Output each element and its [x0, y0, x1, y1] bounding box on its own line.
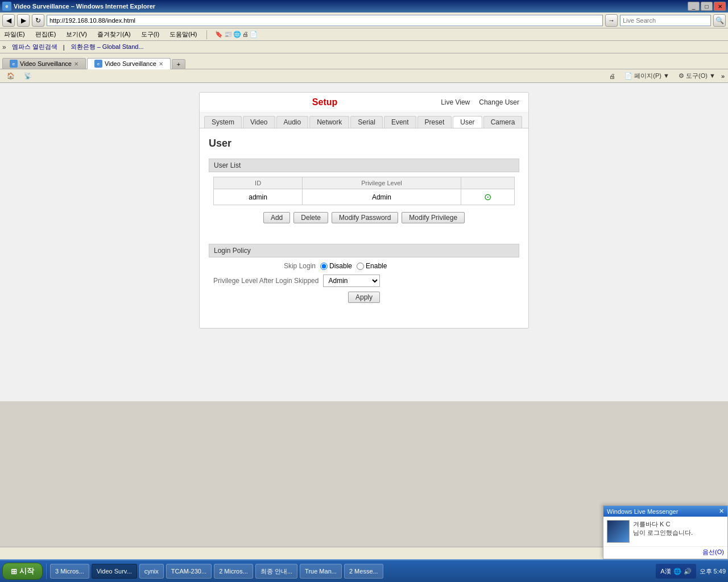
modify-password-button[interactable]: Modify Password	[332, 212, 398, 223]
forward-button[interactable]: ▶	[17, 14, 30, 27]
taskbar-btn-7[interactable]: True Man...	[300, 564, 342, 579]
minimize-button[interactable]: _	[688, 2, 700, 11]
feeds-icon[interactable]: 📡	[20, 72, 35, 80]
tab-network[interactable]: Network	[309, 116, 349, 128]
messenger-avatar	[607, 520, 630, 543]
taskbar-btn-6[interactable]: 최종 안내...	[255, 564, 297, 579]
start-label: 시작	[19, 566, 34, 576]
messenger-body: 겨를바다 K C님이 로그인했습니다.	[603, 517, 727, 546]
menu-favorites[interactable]: 즐겨찾기(A)	[96, 30, 133, 39]
col-id: ID	[214, 177, 303, 189]
change-user-link[interactable]: Change User	[479, 98, 519, 106]
search-button[interactable]: 🔍	[713, 14, 726, 27]
setup-title: Setup	[312, 97, 337, 107]
action-buttons: Add Delete Modify Password Modify Privil…	[213, 212, 515, 223]
menu-file[interactable]: 파일(E)	[2, 30, 27, 39]
tab-serial[interactable]: Serial	[350, 116, 383, 128]
skip-login-control: Disable Enable	[320, 262, 387, 270]
privilege-select[interactable]: Admin Operator Viewer	[323, 275, 380, 287]
add-button[interactable]: Add	[263, 212, 290, 223]
col-select	[461, 177, 514, 189]
taskbar-btn-2[interactable]: Video Surv...	[92, 564, 137, 579]
favorites-bar: » 엠파스 열린검색 | 외환은행 – Global Stand...	[0, 41, 728, 53]
menu-help[interactable]: 도움말(H)	[168, 30, 198, 39]
disable-label: Disable	[329, 262, 352, 270]
tab-preset[interactable]: Preset	[417, 116, 452, 128]
tab-2-icon: e	[94, 60, 102, 68]
login-policy-header: Login Policy	[209, 244, 519, 257]
messenger-title: Windows Live Messenger	[607, 508, 678, 515]
menu-tools[interactable]: 도구(I)	[139, 30, 161, 39]
disable-radio[interactable]	[320, 263, 328, 270]
taskbar-btn-4[interactable]: TCAM-230...	[166, 564, 212, 579]
content-area: Setup Live View Change User System Video…	[0, 83, 728, 401]
setup-links: Live View Change User	[441, 98, 519, 106]
start-icon: ⊞	[11, 567, 17, 576]
messenger-header: Windows Live Messenger ✕	[603, 506, 727, 517]
col-privilege: Privilege Level	[303, 177, 461, 189]
tab-1-icon: e	[10, 60, 18, 68]
taskbar: ⊞ 시작 3 Micros... Video Surv... cynix TCA…	[0, 559, 728, 582]
tab-camera[interactable]: Camera	[483, 116, 523, 128]
enable-label: Enable	[366, 262, 387, 270]
selected-radio-icon: ⊙	[484, 192, 491, 202]
window-title: Video Surveillance – Windows Internet Ex…	[14, 3, 155, 10]
delete-button[interactable]: Delete	[293, 212, 328, 223]
user-table: ID Privilege Level admin Admin ⊙	[213, 177, 515, 205]
skip-login-label: Skip Login	[213, 262, 316, 270]
fav-item-2[interactable]: 외환은행 – Global Stand...	[68, 42, 146, 52]
enable-radio[interactable]	[357, 263, 364, 270]
table-row: admin Admin ⊙	[214, 189, 515, 205]
tab-1-close[interactable]: ✕	[74, 61, 78, 67]
address-bar: ◀ ▶ ↻ → 🔍	[0, 13, 728, 28]
messenger-close-icon[interactable]: ✕	[719, 508, 724, 515]
user-select-cell[interactable]: ⊙	[461, 189, 514, 205]
print-icon[interactable]: 🖨	[606, 72, 619, 80]
fav-item-1[interactable]: 엠파스 열린검색	[10, 42, 60, 52]
systray: A漢 🌐 🔊	[656, 564, 696, 579]
live-view-link[interactable]: Live View	[441, 98, 470, 106]
menu-view[interactable]: 보기(V)	[64, 30, 89, 39]
ime-indicator[interactable]: A漢	[660, 567, 671, 576]
page-heading: User	[209, 138, 519, 149]
tab-user[interactable]: User	[453, 116, 482, 128]
skip-login-row: Skip Login Disable Enable	[213, 262, 515, 270]
address-input[interactable]	[47, 15, 603, 26]
tab-2[interactable]: e Video Surveillance ✕	[87, 58, 171, 69]
tools-icon[interactable]: ⚙ 도구(O) ▼	[675, 71, 719, 81]
toolbar-separator	[206, 30, 207, 39]
page-icon[interactable]: 📄 페이지(P) ▼	[621, 71, 673, 81]
login-policy-section: Login Policy Skip Login Disable Enable	[209, 244, 519, 307]
menu-edit[interactable]: 편집(E)	[34, 30, 58, 39]
taskbar-btn-3[interactable]: cynix	[139, 564, 164, 579]
back-button[interactable]: ◀	[2, 14, 15, 27]
taskbar-right: A漢 🌐 🔊 오후 5:49	[656, 564, 726, 579]
taskbar-sep-1	[46, 563, 47, 579]
disable-radio-label[interactable]: Disable	[320, 262, 352, 270]
home-icon[interactable]: 🏠	[3, 72, 18, 80]
start-button[interactable]: ⊞ 시작	[2, 563, 43, 580]
title-bar-left: e Video Surveillance – Windows Internet …	[2, 2, 155, 11]
network-icon: 🌐	[673, 568, 681, 575]
refresh-button[interactable]: ↻	[32, 14, 44, 27]
modify-privilege-button[interactable]: Modify Privilege	[402, 212, 465, 223]
search-input[interactable]	[620, 15, 711, 26]
tab-video[interactable]: Video	[243, 116, 275, 128]
privilege-select-control: Admin Operator Viewer	[323, 275, 380, 287]
taskbar-btn-5[interactable]: 2 Micros...	[214, 564, 253, 579]
tab-audio[interactable]: Audio	[276, 116, 309, 128]
tab-2-close[interactable]: ✕	[159, 61, 163, 67]
tab-1[interactable]: e Video Surveillance ✕	[2, 58, 86, 69]
close-button[interactable]: ✕	[714, 2, 726, 11]
restore-button[interactable]: □	[701, 2, 713, 11]
taskbar-btn-8[interactable]: 2 Messe...	[344, 564, 383, 579]
taskbar-btn-1[interactable]: 3 Micros...	[50, 564, 89, 579]
tab-event[interactable]: Event	[384, 116, 416, 128]
messenger-message: 겨를바다 K C님이 로그인했습니다.	[633, 520, 693, 537]
apply-button[interactable]: Apply	[348, 292, 380, 303]
tab-new[interactable]: +	[172, 59, 185, 69]
tab-system[interactable]: System	[204, 116, 242, 128]
messenger-footer[interactable]: 음선(O)	[603, 546, 727, 559]
go-button[interactable]: →	[605, 14, 618, 27]
enable-radio-label[interactable]: Enable	[357, 262, 387, 270]
